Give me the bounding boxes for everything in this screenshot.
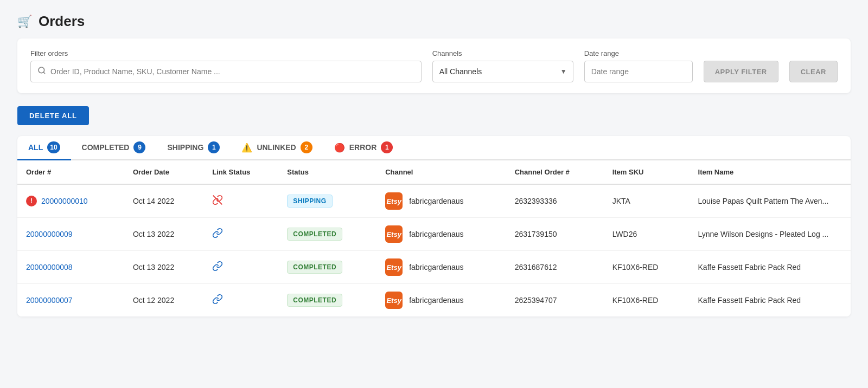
status-badge: COMPLETED xyxy=(287,261,342,274)
col-item-name: Item Name xyxy=(690,160,851,184)
status-badge: COMPLETED xyxy=(287,228,342,241)
tab-error[interactable]: 🔴 ERROR 1 xyxy=(323,136,404,160)
etsy-badge: Etsy xyxy=(385,258,403,276)
col-status: Status xyxy=(278,160,376,184)
tab-all-label: ALL xyxy=(28,143,43,152)
order-num-cell: 20000000009 xyxy=(17,218,124,251)
channel-order-cell: 2631687612 xyxy=(506,251,604,284)
status-cell: COMPLETED xyxy=(278,218,376,251)
link-status-cell xyxy=(203,218,278,251)
sku-cell: JKTA xyxy=(604,184,690,218)
link-status-icon xyxy=(212,296,223,307)
channel-order-cell: 2631739150 xyxy=(506,218,604,251)
table-row: !20000000010Oct 14 2022 SHIPPINGEtsyfabr… xyxy=(17,184,851,218)
tab-all[interactable]: ALL 10 xyxy=(17,136,71,160)
search-filter-group: Filter orders xyxy=(30,49,422,82)
table-header-row: Order # Order Date Link Status Status Ch… xyxy=(17,160,851,184)
channel-name: fabricgardenaus xyxy=(409,296,463,305)
channel-cell: Etsyfabricgardenaus xyxy=(376,184,506,218)
status-cell: SHIPPING xyxy=(278,184,376,218)
table-row: 20000000007Oct 12 2022 COMPLETEDEtsyfabr… xyxy=(17,284,851,317)
svg-line-1 xyxy=(43,72,45,74)
search-icon xyxy=(37,66,46,77)
page-title: Orders xyxy=(39,13,85,30)
order-date-cell: Oct 14 2022 xyxy=(124,184,203,218)
item-name-cell: Kaffe Fassett Fabric Pack Red xyxy=(690,284,851,317)
channel-order-cell: 2625394707 xyxy=(506,284,604,317)
order-date-cell: Oct 12 2022 xyxy=(124,284,203,317)
order-date-cell: Oct 13 2022 xyxy=(124,251,203,284)
tab-completed-badge: 9 xyxy=(133,141,145,153)
channels-select-wrapper: All Channels All ChannelsEtsyShopifyAmaz… xyxy=(432,61,573,82)
channels-filter-group: Channels All Channels All ChannelsEtsySh… xyxy=(432,49,573,82)
channel-name: fabricgardenaus xyxy=(409,230,463,238)
link-status-cell xyxy=(203,284,278,317)
channel-name: fabricgardenaus xyxy=(409,263,463,271)
date-range-label: Date range xyxy=(584,49,693,57)
tab-completed-label: COMPLETED xyxy=(82,143,130,152)
link-status-cell xyxy=(203,184,278,218)
tab-all-badge: 10 xyxy=(47,141,60,153)
cart-icon: 🛒 xyxy=(17,15,32,29)
status-badge: SHIPPING xyxy=(287,195,332,208)
channels-label: Channels xyxy=(432,49,573,57)
col-channel: Channel xyxy=(376,160,506,184)
delete-all-button[interactable]: DELETE ALL xyxy=(17,106,89,125)
apply-filter-button[interactable]: APPLY FILTER xyxy=(704,61,778,82)
orders-table-card: ALL 10 COMPLETED 9 SHIPPING 1 ⚠️ UNLINKE… xyxy=(17,136,851,316)
error-indicator: ! xyxy=(26,196,37,206)
search-input-wrapper xyxy=(30,61,422,82)
status-cell: COMPLETED xyxy=(278,284,376,317)
tab-unlinked-badge: 2 xyxy=(301,141,312,153)
order-date-cell: Oct 13 2022 xyxy=(124,218,203,251)
col-link-status: Link Status xyxy=(203,160,278,184)
status-cell: COMPLETED xyxy=(278,251,376,284)
etsy-badge: Etsy xyxy=(385,225,403,243)
order-link[interactable]: 20000000008 xyxy=(26,263,73,271)
tab-unlinked-label: UNLINKED xyxy=(257,143,296,152)
tab-unlinked[interactable]: ⚠️ UNLINKED 2 xyxy=(231,136,323,160)
col-sku: Item SKU xyxy=(604,160,690,184)
etsy-badge: Etsy xyxy=(385,192,403,210)
table-row: 20000000009Oct 13 2022 COMPLETEDEtsyfabr… xyxy=(17,218,851,251)
tab-error-badge: 1 xyxy=(381,141,393,153)
tabs-row: ALL 10 COMPLETED 9 SHIPPING 1 ⚠️ UNLINKE… xyxy=(17,136,851,160)
item-name-cell: Louise Papas Quilt Pattern The Aven... xyxy=(690,184,851,218)
table-row: 20000000008Oct 13 2022 COMPLETEDEtsyfabr… xyxy=(17,251,851,284)
clear-filter-button[interactable]: CLEAR xyxy=(789,61,838,82)
order-link[interactable]: 20000000010 xyxy=(41,197,88,205)
item-name-cell: Lynne Wilson Designs - Pleated Log ... xyxy=(690,218,851,251)
order-link[interactable]: 20000000009 xyxy=(26,230,73,238)
link-status-icon xyxy=(212,197,223,208)
item-name-cell: Kaffe Fassett Fabric Pack Red xyxy=(690,251,851,284)
order-link[interactable]: 20000000007 xyxy=(26,296,73,305)
link-status-cell xyxy=(203,251,278,284)
svg-point-0 xyxy=(39,67,44,73)
tab-shipping-label: SHIPPING xyxy=(167,143,203,152)
tab-shipping-badge: 1 xyxy=(208,141,220,153)
error-icon: 🔴 xyxy=(334,143,345,153)
sku-cell: KF10X6-RED xyxy=(604,284,690,317)
col-order-num: Order # xyxy=(17,160,124,184)
channels-select[interactable]: All Channels All ChannelsEtsyShopifyAmaz… xyxy=(432,61,573,82)
orders-table: Order # Order Date Link Status Status Ch… xyxy=(17,160,851,316)
channel-order-cell: 2632393336 xyxy=(506,184,604,218)
channel-name: fabricgardenaus xyxy=(409,197,463,205)
filter-card: Filter orders Channels All Channels xyxy=(17,38,851,93)
tab-completed[interactable]: COMPLETED 9 xyxy=(71,136,157,160)
order-num-cell: !20000000010 xyxy=(17,184,124,218)
channel-cell: Etsyfabricgardenaus xyxy=(376,218,506,251)
link-status-icon xyxy=(212,263,223,274)
date-range-input[interactable] xyxy=(584,61,693,82)
channel-cell: Etsyfabricgardenaus xyxy=(376,284,506,317)
etsy-badge: Etsy xyxy=(385,292,403,309)
order-num-cell: 20000000008 xyxy=(17,251,124,284)
search-input[interactable] xyxy=(50,67,414,76)
filter-orders-label: Filter orders xyxy=(30,49,422,57)
link-status-icon xyxy=(212,230,223,241)
sku-cell: KF10X6-RED xyxy=(604,251,690,284)
sku-cell: LWD26 xyxy=(604,218,690,251)
col-channel-order: Channel Order # xyxy=(506,160,604,184)
tab-shipping[interactable]: SHIPPING 1 xyxy=(156,136,231,160)
date-range-filter-group: Date range xyxy=(584,49,693,82)
